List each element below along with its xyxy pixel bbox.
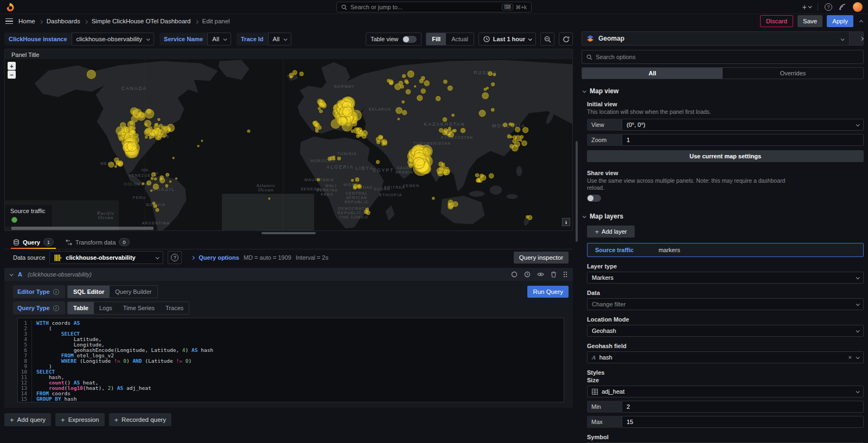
view-select[interactable]: (0°, 0°): [622, 119, 864, 131]
toggle-switch[interactable]: [403, 36, 417, 43]
use-current-map-settings-button[interactable]: Use current map settings: [587, 150, 864, 162]
query-inspector-button[interactable]: Query inspector: [514, 252, 569, 264]
collapse-query-icon[interactable]: [10, 272, 14, 276]
tab-query[interactable]: Query 1: [13, 235, 54, 249]
map-zoom-in-button[interactable]: +: [8, 62, 16, 70]
user-avatar[interactable]: [853, 2, 863, 12]
grafana-logo[interactable]: [5, 2, 15, 12]
query-type-label: Query Type i: [13, 301, 65, 314]
news-rss-icon[interactable]: [839, 3, 846, 11]
geomap-canvas[interactable]: RUSSIACANADAUNITED STATESMEXICOVENEZUELA…: [5, 59, 572, 230]
info-icon: i: [53, 305, 59, 311]
refresh-button[interactable]: [559, 33, 573, 46]
database-icon: [13, 239, 20, 246]
resize-handle[interactable]: [261, 232, 316, 234]
question-circle-icon: ?: [171, 254, 178, 261]
options-search-input[interactable]: Search options: [582, 50, 864, 64]
zoom-out-time-button[interactable]: [540, 33, 554, 46]
query-type-time-series[interactable]: Time Series: [118, 302, 160, 314]
fill-option[interactable]: Fill: [426, 33, 446, 45]
clear-icon[interactable]: ×: [848, 354, 852, 361]
expression-button[interactable]: +Expression: [55, 413, 104, 426]
chevron-down-icon[interactable]: [835, 35, 849, 42]
tab-all[interactable]: All: [582, 68, 723, 79]
breadcrumb-dashboard-name[interactable]: Simple ClickHouse OTel Dashboard: [92, 18, 191, 24]
map-zoom-out-button[interactable]: −: [8, 70, 16, 79]
time-range-picker[interactable]: Last 1 hour: [478, 33, 536, 46]
top-navbar: Search or jump to... ⌨ ⌘+k + ?: [0, 0, 868, 14]
drag-handle-icon[interactable]: [563, 271, 567, 278]
collapse-options-icon[interactable]: [860, 18, 863, 24]
new-menu-button[interactable]: +: [802, 3, 811, 11]
layer-type-select[interactable]: Markers: [587, 272, 864, 284]
tab-overrides[interactable]: Overrides: [723, 68, 863, 79]
sql-code-editor[interactable]: 1WITH coords AS2 (3 SELECT4 Latitude,5 L…: [17, 318, 564, 402]
share-view-label: Share view: [587, 170, 864, 176]
share-view-desc: Use the same view across multiple panels…: [587, 177, 799, 191]
breadcrumb-home[interactable]: Home: [18, 18, 35, 24]
layer-name[interactable]: Source traffic: [595, 247, 634, 253]
run-query-button[interactable]: Run Query: [527, 286, 569, 298]
magnifier-minus-icon: [544, 36, 551, 43]
global-search-input[interactable]: Search or jump to... ⌨ ⌘+k: [336, 2, 532, 12]
symbol-label: Symbol: [587, 434, 864, 440]
section-map-layers[interactable]: Map layers: [582, 213, 864, 220]
query-type-traces[interactable]: Traces: [160, 302, 189, 314]
data-filter-select[interactable]: Change filter: [587, 298, 864, 310]
layer-row-source-traffic[interactable]: Source traffic markers: [587, 243, 864, 257]
query-type-table[interactable]: Table: [68, 302, 94, 314]
max-input[interactable]: 15: [622, 416, 864, 428]
size-field-select[interactable]: adj_heat: [587, 386, 864, 397]
share-view-toggle[interactable]: [587, 195, 601, 202]
query-type-logs[interactable]: Logs: [94, 302, 118, 314]
plus-icon: +: [10, 416, 14, 424]
chevron-right-icon: [191, 255, 195, 259]
map-info-button[interactable]: i: [562, 218, 570, 226]
query-options-link[interactable]: Query options: [199, 254, 239, 261]
panel-header[interactable]: Panel Title: [5, 49, 572, 59]
variable-value-dropdown[interactable]: All: [207, 33, 231, 46]
main-scrollbar[interactable]: [575, 28, 578, 443]
panel-title: Panel Title: [11, 52, 39, 58]
variable-value-dropdown[interactable]: All: [268, 33, 292, 46]
eye-icon[interactable]: [537, 271, 544, 278]
scrollbar-thumb[interactable]: [576, 141, 578, 242]
help-icon[interactable]: ?: [825, 3, 832, 11]
recorded-query-button[interactable]: +Recorded query: [109, 413, 171, 426]
max-field: Max 15: [587, 416, 864, 428]
variable-value-dropdown[interactable]: clickhouse-observability: [72, 33, 154, 46]
datasource-picker[interactable]: clickhouse-observability: [49, 251, 163, 264]
query-builder-option[interactable]: Query Builder: [110, 286, 157, 298]
geohash-field-select[interactable]: A hash ×: [587, 351, 864, 363]
discard-button[interactable]: Discard: [760, 15, 793, 27]
trash-icon[interactable]: [551, 271, 557, 278]
map-zoom-control: + −: [8, 62, 16, 79]
tab-transform-data[interactable]: Transform data 0: [66, 235, 129, 249]
sql-editor-option[interactable]: SQL Editor: [68, 286, 110, 298]
table-view-toggle[interactable]: Table view: [366, 33, 422, 46]
size-label: Size: [587, 377, 864, 383]
save-button[interactable]: Save: [797, 15, 822, 27]
min-input[interactable]: 2: [622, 401, 864, 413]
zoom-input[interactable]: 1: [622, 134, 864, 146]
menu-toggle-icon[interactable]: [5, 18, 13, 24]
copy-icon[interactable]: [524, 271, 531, 278]
apply-button[interactable]: Apply: [827, 15, 853, 27]
actual-option[interactable]: Actual: [446, 33, 474, 45]
location-mode-select[interactable]: Geohash: [587, 325, 864, 337]
section-map-view[interactable]: Map view: [582, 87, 864, 95]
collapse-pane-button[interactable]: [849, 32, 863, 45]
add-layer-button[interactable]: +Add layer: [587, 226, 635, 237]
plus-icon: +: [595, 228, 599, 236]
query-row-header[interactable]: A (clickhouse-observability): [4, 268, 573, 281]
datasource-help-button[interactable]: ?: [168, 251, 182, 264]
options-tabs: All Overrides: [582, 67, 864, 79]
query-type-group: Table Logs Time Series Traces: [67, 301, 189, 314]
search-icon: [586, 54, 592, 60]
chevron-down-icon: [856, 329, 860, 332]
add-query-button[interactable]: +Add query: [4, 413, 51, 426]
plus-icon: +: [61, 416, 65, 424]
visualization-picker[interactable]: Geomap: [582, 31, 864, 46]
circle-icon[interactable]: [511, 271, 518, 278]
breadcrumb-dashboards[interactable]: Dashboards: [47, 18, 80, 24]
